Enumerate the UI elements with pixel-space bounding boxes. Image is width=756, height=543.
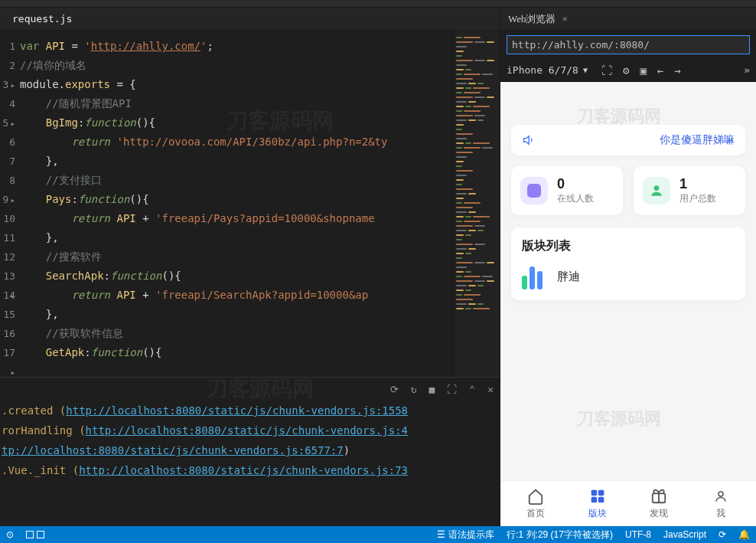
stat-card-online[interactable]: 0 在线人数: [511, 166, 623, 215]
code-content[interactable]: 刀客源码网 var API = 'http://ahlly.com/';//填你…: [20, 31, 454, 377]
svg-point-6: [719, 492, 723, 496]
stat-label: 用户总数: [679, 192, 716, 205]
nav-me[interactable]: 我: [698, 487, 744, 520]
bars-icon: [522, 263, 548, 289]
nav-label: 发现: [650, 507, 668, 520]
stat-label: 在线人数: [557, 192, 594, 205]
main-area: request.js 123▸45▸6789▸10111213▸14151617…: [0, 8, 756, 526]
terminal-content[interactable]: 刀客源码网 .created (http://localhost:8080/st…: [0, 401, 500, 526]
url-input[interactable]: [507, 35, 750, 54]
browser-panel: Web浏览器 × iPhone 6/7/8 ▼ ⛶ ⚙ ▣ ← → » 刀客源码…: [500, 8, 756, 526]
minimap[interactable]: [454, 31, 500, 377]
notice-text: 你是傻逼胖娣嘛: [537, 133, 735, 147]
stat-value: 0: [557, 176, 594, 192]
bottom-nav: 首页 版块 发现 我: [500, 480, 756, 526]
grid-icon: [590, 487, 605, 505]
preview-viewport[interactable]: 刀客源码网 刀客源码网 你是傻逼胖娣嘛 0 在线人数: [500, 82, 756, 526]
sound-icon: [522, 132, 537, 148]
tab-bar: request.js: [0, 8, 500, 31]
file-tab[interactable]: request.js: [6, 10, 78, 28]
nav-blocks[interactable]: 版块: [575, 487, 621, 520]
terminal-collapse-icon[interactable]: ⌃: [469, 384, 475, 395]
line-gutter: 123▸45▸6789▸10111213▸14151617▸: [0, 31, 20, 377]
stat-value: 1: [679, 176, 716, 192]
status-dot-icon[interactable]: ⊙: [6, 529, 14, 540]
person-icon: [643, 177, 670, 204]
section-item[interactable]: 胖迪: [522, 263, 735, 289]
nav-home[interactable]: 首页: [513, 487, 559, 520]
cube-icon: [520, 177, 548, 204]
browser-tab-title: Web浏览器: [508, 12, 556, 26]
device-select[interactable]: iPhone 6/7/8 ▼: [507, 64, 588, 76]
close-icon[interactable]: ×: [562, 13, 568, 25]
svg-point-0: [654, 185, 660, 191]
status-encoding[interactable]: UTF-8: [625, 529, 651, 540]
status-language[interactable]: JavaScript: [663, 529, 706, 540]
top-bar: [0, 0, 756, 8]
nav-label: 首页: [526, 507, 545, 520]
status-cursor[interactable]: 行:1 列:29 (17字符被选择): [507, 528, 613, 541]
status-squares-icon[interactable]: [26, 531, 44, 538]
status-syntax[interactable]: ☰语法提示库: [437, 528, 494, 541]
watermark: 刀客源码网: [577, 407, 661, 430]
section-card: 版块列表 胖迪: [511, 227, 745, 300]
screenshot-icon[interactable]: ▣: [640, 64, 646, 77]
forward-icon[interactable]: →: [674, 64, 680, 77]
stat-card-users[interactable]: 1 用户总数: [634, 166, 745, 215]
svg-rect-4: [598, 497, 604, 503]
section-title: 版块列表: [522, 238, 735, 254]
svg-rect-1: [591, 490, 597, 496]
terminal-panel: ⟳ ↻ ■ ⛶ ⌃ ✕ 刀客源码网 .created (http://local…: [0, 377, 500, 526]
file-tab-label: request.js: [12, 13, 72, 25]
terminal-cycle-icon[interactable]: ↻: [411, 384, 417, 395]
device-toolbar: iPhone 6/7/8 ▼ ⛶ ⚙ ▣ ← → »: [500, 59, 756, 82]
status-bar: ⊙ ☰语法提示库 行:1 列:29 (17字符被选择) UTF-8 JavaSc…: [0, 526, 756, 543]
terminal-close-icon[interactable]: ✕: [487, 384, 494, 395]
status-sync-icon[interactable]: ⟳: [719, 529, 726, 540]
bell-icon[interactable]: 🔔: [738, 529, 750, 540]
terminal-toolbar: ⟳ ↻ ■ ⛶ ⌃ ✕: [0, 378, 500, 401]
nav-label: 我: [716, 507, 725, 520]
person-icon: [714, 487, 728, 505]
device-label: iPhone 6/7/8: [507, 64, 578, 76]
gear-icon[interactable]: ⚙: [623, 64, 629, 77]
rotate-icon[interactable]: ⛶: [601, 64, 612, 77]
editor-panel: request.js 123▸45▸6789▸10111213▸14151617…: [0, 8, 500, 526]
browser-tab-bar: Web浏览器 ×: [500, 8, 756, 31]
terminal-refresh-icon[interactable]: ⟳: [390, 384, 399, 395]
back-icon[interactable]: ←: [657, 64, 663, 77]
gift-icon: [650, 487, 667, 505]
code-area: 123▸45▸6789▸10111213▸14151617▸ 刀客源码网 var…: [0, 31, 500, 377]
more-icon[interactable]: »: [744, 64, 750, 76]
chevron-down-icon: ▼: [583, 66, 588, 74]
nav-discover[interactable]: 发现: [636, 487, 682, 520]
svg-rect-3: [591, 497, 597, 503]
terminal-expand-icon[interactable]: ⛶: [447, 384, 457, 395]
stats-row: 0 在线人数 1 用户总数: [500, 166, 756, 215]
terminal-stop-icon[interactable]: ■: [429, 384, 435, 395]
notice-bar[interactable]: 你是傻逼胖娣嘛: [511, 125, 745, 155]
nav-label: 版块: [588, 507, 607, 520]
svg-rect-2: [598, 490, 604, 496]
home-icon: [527, 487, 544, 505]
url-row: [500, 31, 756, 59]
section-item-label: 胖迪: [557, 270, 580, 284]
